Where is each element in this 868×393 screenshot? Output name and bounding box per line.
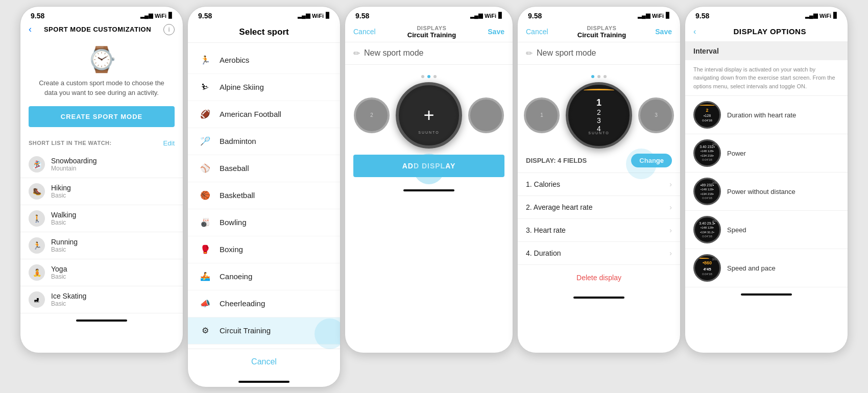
save-4[interactable]: Save (655, 28, 672, 36)
watch-faces-4: 1 1 2 3 4 SUUNTO 3 (518, 82, 680, 149)
sport-icon-ice-skating: ⛸ (29, 291, 45, 308)
delete-display-button[interactable]: Delete display (576, 274, 621, 282)
sport-select-cheerleading[interactable]: 📣 Cheerleading (188, 290, 340, 317)
baseball-icon: ⚾ (198, 161, 212, 176)
opt-watch-text-4: 3.40 29.3• •148 128• •134 31.2• 0:04'38 (698, 220, 716, 240)
status-bar-5: 9.58 ▂▄▆ WiFi ▊ (685, 7, 848, 22)
sport-icon-hiking: 🥾 (29, 183, 45, 200)
plus-icon-3: + (423, 105, 434, 126)
dot-4-1 (591, 75, 594, 78)
displays-nav-4: Cancel DISPLAYS Circuit Training Save (518, 22, 680, 42)
display-option-duration-hr[interactable]: 2 •128 0:04'38 Duration with heart rate (685, 96, 848, 134)
ripple-effect (315, 318, 341, 349)
edit-button[interactable]: Edit (163, 139, 175, 147)
sport-name: Ice Skating (51, 292, 86, 300)
time-5: 9.58 (695, 12, 709, 20)
watch-carousel-4: 1 1 2 3 4 SUUNTO 3 (518, 65, 680, 149)
status-icons-2: ▂▄▆ WiFi ▊ (298, 12, 330, 19)
list-item: 🏃 Running Basic (20, 232, 183, 259)
create-sport-mode-button[interactable]: CREATE SPORT MODE (29, 106, 175, 127)
list-item: ⛸ Ice Skating Basic (20, 286, 183, 313)
sport-select-basketball[interactable]: 🏀 Basketball (188, 182, 340, 209)
chevron-2: › (669, 203, 672, 211)
list-item: 🧘 Yoga Basic (20, 259, 183, 286)
sport-list: 🏂 Snowboarding Mountain 🥾 Hiking Basic 🚶… (20, 151, 183, 313)
field-item-4[interactable]: 4. Duration › (518, 242, 680, 265)
sport-select-canoeing[interactable]: 🚣 Canoeing (188, 263, 340, 290)
sport-select-baseball[interactable]: ⚾ Baseball (188, 155, 340, 182)
screen-display-options: 9.58 ▂▄▆ WiFi ▊ ‹ DISPLAY OPTIONS Interv… (685, 6, 848, 353)
display-option-power[interactable]: 2/6 3.40 232• •148 128• •134 216• 0:04'3… (685, 134, 848, 173)
battery-icon-4: ▊ (666, 12, 670, 19)
sport-select-alpine[interactable]: ⛷ Alpine Skiing (188, 74, 340, 101)
sport-name: Yoga (51, 265, 67, 273)
opt-watch-text-3: •89 232• •148 128• •134 216• 0:04'38 (700, 182, 715, 202)
aerobics-icon: 🏃 (198, 53, 212, 67)
opt-label-4: Speed (727, 226, 746, 234)
delete-display-area: Delete display (518, 265, 680, 290)
field-name-3: 3. Heart rate (526, 226, 566, 234)
sport-icon-yoga: 🧘 (29, 264, 45, 281)
displays-label-3: DISPLAYS (407, 25, 456, 31)
sport-select-label: Aerobics (220, 56, 249, 64)
field-item-3[interactable]: 3. Heart rate › (518, 219, 680, 242)
sport-select-american-football[interactable]: 🏈 American Football (188, 101, 340, 128)
sport-select-label: Circuit Training (220, 326, 271, 335)
chevron-1: › (669, 180, 672, 188)
opt-watch-text-2: 3.40 232• •148 128• •134 216• 0:04'38 (698, 143, 716, 163)
sport-name: Snowboarding (51, 157, 97, 165)
wifi-icon-4: WiFi (652, 13, 664, 19)
display-option-speed[interactable]: 2/6 3.40 29.3• •148 128• •134 31.2• 0:04… (685, 211, 848, 249)
sport-select-badminton[interactable]: 🏸 Badminton (188, 128, 340, 155)
battery-icon-3: ▊ (498, 12, 502, 19)
home-indicator-3 (403, 189, 454, 191)
opt-watch-text-5: •860 4'45 0:04'38 (701, 259, 713, 277)
sport-select-list: 🏃 Aerobics ⛷ Alpine Skiing 🏈 American Fo… (188, 43, 340, 349)
edit-icon-4: ✏ (526, 48, 533, 58)
chevron-4: › (669, 249, 672, 257)
display-option-speed-pace[interactable]: 2/6 •860 4'45 0:04'38 Speed and pace (685, 249, 848, 287)
info-icon-1[interactable]: i (163, 24, 175, 35)
signal-icon-1: ▂▄▆ (140, 12, 153, 19)
change-button[interactable]: Change (631, 154, 672, 167)
shortlist-label: SHORT LIST IN THE WATCH: (29, 140, 112, 146)
sport-select-aerobics[interactable]: 🏃 Aerobics (188, 47, 340, 74)
home-indicator-4 (573, 297, 624, 299)
sport-select-label: Alpine Skiing (220, 83, 264, 91)
sport-select-bowling[interactable]: 🎳 Bowling (188, 209, 340, 236)
sport-select-boxing[interactable]: 🥊 Boxing (188, 236, 340, 263)
screen-sport-mode: 9.58 ▂▄▆ WiFi ▊ ‹ SPORT MODE CUSTOMIZATI… (20, 6, 183, 353)
opt-watch-face-2: 2/6 3.40 232• •148 128• •134 216• 0:04'3… (693, 139, 721, 167)
back-icon-1[interactable]: ‹ (29, 24, 32, 35)
time-2: 9.58 (198, 12, 212, 20)
arc-line-4 (584, 89, 614, 92)
fields-list: 1. Calories › 2. Average heart rate › 3.… (518, 173, 680, 265)
cancel-4[interactable]: Cancel (526, 28, 548, 36)
field-item-2[interactable]: 2. Average heart rate › (518, 196, 680, 219)
status-bar-2: 9.58 ▂▄▆ WiFi ▊ (188, 7, 340, 22)
status-icons-4: ▂▄▆ WiFi ▊ (638, 12, 670, 19)
sport-sub: Basic (51, 246, 78, 253)
change-btn-container: Change (631, 154, 672, 167)
wifi-icon-5: WiFi (819, 13, 831, 19)
display-option-power-no-dist[interactable]: 2/6 •89 232• •148 128• •134 216• 0:04'38… (685, 173, 848, 211)
sport-select-label: Bowling (220, 218, 247, 227)
back-icon-5[interactable]: ‹ (693, 27, 696, 36)
opt-label-2: Power (727, 150, 746, 157)
edit-icon-3: ✏ (353, 48, 360, 58)
circuit-training-label-4: Circuit Training (577, 31, 626, 39)
save-3[interactable]: Save (488, 28, 504, 36)
nav-bar-2: Select sport (188, 22, 340, 43)
cancel-3[interactable]: Cancel (353, 28, 376, 36)
dots-3 (345, 75, 513, 78)
cheerleading-icon: 📣 (198, 297, 212, 311)
watch-faces-3: 2 + SUUNTO (345, 82, 513, 149)
cancel-button-2[interactable]: Cancel (251, 357, 277, 366)
dots-4 (518, 75, 680, 78)
field-item-1[interactable]: 1. Calories › (518, 173, 680, 196)
sport-select-circuit-training[interactable]: ⚙ Circuit Training (188, 317, 340, 345)
sport-select-label: Badminton (220, 137, 256, 145)
sport-sub: Mountain (51, 165, 97, 172)
add-display-button[interactable]: ADD DISPLAY (353, 155, 504, 177)
field-name-1: 1. Calories (526, 180, 560, 188)
